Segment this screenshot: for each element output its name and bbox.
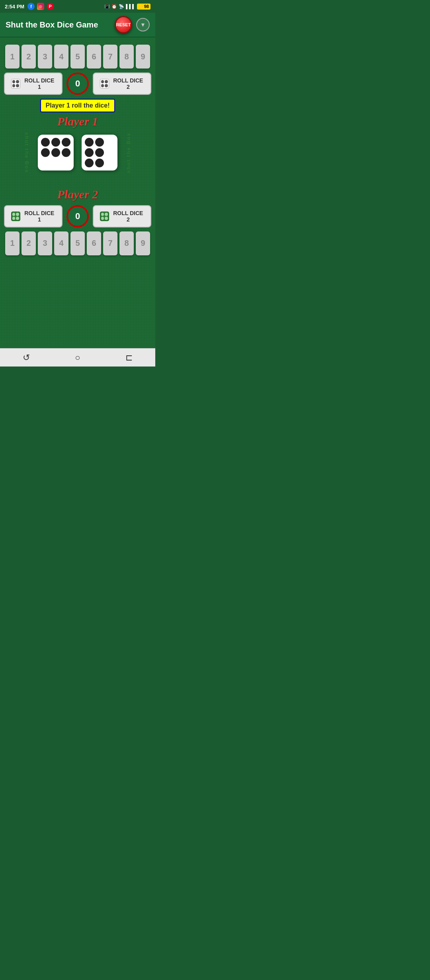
player1-label: Player 1 bbox=[4, 115, 151, 128]
vibrate-icon: 📳 bbox=[104, 4, 110, 9]
player2-tile-row: 1 2 3 4 5 6 7 8 9 bbox=[4, 231, 151, 255]
facebook-icon: f bbox=[27, 3, 35, 10]
dropdown-button[interactable]: ▼ bbox=[136, 18, 150, 31]
player2-roll-dice2-button[interactable]: ROLL DICE 2 bbox=[93, 205, 151, 227]
tile-p2-5[interactable]: 5 bbox=[70, 231, 85, 255]
player2-score: 0 bbox=[66, 205, 89, 227]
player1-score: 0 bbox=[66, 73, 89, 95]
tile-p1-3[interactable]: 3 bbox=[38, 45, 52, 69]
recent-button[interactable]: ⊏ bbox=[125, 353, 133, 363]
roll-dice2-icon bbox=[100, 79, 109, 88]
status-bar: 2:54 PM f ◎ P 📳 ⏰ 📡 ▌▌▌ ⚡98 bbox=[0, 0, 155, 13]
status-time: 2:54 PM bbox=[5, 4, 24, 10]
tile-p2-1[interactable]: 1 bbox=[5, 231, 20, 255]
signal-icon: ▌▌▌ bbox=[126, 4, 135, 9]
main-content: 1 2 3 4 5 6 7 8 9 ROLL DICE 1 0 ROLL DIC… bbox=[0, 37, 155, 348]
tile-p1-6[interactable]: 6 bbox=[87, 45, 101, 69]
player2-roll-dice1-icon bbox=[11, 212, 20, 221]
player2-roll-dice2-label: ROLL DICE 2 bbox=[112, 210, 144, 223]
player1-dice-area: shut the Box shut the Box bbox=[4, 132, 151, 173]
battery-indicator: ⚡98 bbox=[137, 4, 150, 10]
left-side-text: shut the Box bbox=[24, 132, 30, 173]
player1-tile-row: 1 2 3 4 5 6 7 8 9 bbox=[4, 45, 151, 69]
back-button[interactable]: ↺ bbox=[23, 353, 30, 363]
tile-p2-7[interactable]: 7 bbox=[103, 231, 117, 255]
player1-roll-dice2-label: ROLL DICE 2 bbox=[112, 77, 144, 90]
battery-level: 98 bbox=[144, 4, 149, 9]
tile-p1-2[interactable]: 2 bbox=[22, 45, 36, 69]
tile-p1-8[interactable]: 8 bbox=[119, 45, 134, 69]
tile-p2-8[interactable]: 8 bbox=[119, 231, 134, 255]
app-title: Shut the Box Dice Game bbox=[6, 20, 98, 29]
player1-prompt: Player 1 roll the dice! bbox=[40, 99, 115, 112]
pinterest-icon: P bbox=[47, 3, 54, 10]
app-header: Shut the Box Dice Game RESET ▼ bbox=[0, 13, 155, 37]
player2-label: Player 2 bbox=[4, 188, 151, 201]
player2-roll-dice2-icon bbox=[100, 212, 109, 221]
status-icons: 📳 ⏰ 📡 ▌▌▌ ⚡98 bbox=[104, 4, 150, 10]
tile-p1-5[interactable]: 5 bbox=[70, 45, 85, 69]
player1-roll-dice1-button[interactable]: ROLL DICE 1 bbox=[4, 73, 63, 95]
roll-dice1-icon bbox=[11, 79, 20, 88]
player2-roll-row: ROLL DICE 1 0 ROLL DICE 2 bbox=[4, 205, 151, 227]
tile-p1-4[interactable]: 4 bbox=[54, 45, 68, 69]
player1-die1 bbox=[38, 135, 74, 171]
tile-p2-9[interactable]: 9 bbox=[136, 231, 150, 255]
player2-roll-dice1-label: ROLL DICE 1 bbox=[23, 210, 55, 223]
bottom-nav: ↺ ○ ⊏ bbox=[0, 348, 155, 367]
home-button[interactable]: ○ bbox=[75, 353, 80, 363]
wifi-icon: 📡 bbox=[119, 4, 124, 9]
player1-die2 bbox=[82, 135, 117, 171]
instagram-icon: ◎ bbox=[37, 3, 44, 10]
player1-roll-dice1-label: ROLL DICE 1 bbox=[23, 77, 55, 90]
tile-p1-9[interactable]: 9 bbox=[136, 45, 150, 69]
reset-button[interactable]: RESET bbox=[115, 16, 132, 33]
tile-p2-6[interactable]: 6 bbox=[87, 231, 101, 255]
player2-roll-dice1-button[interactable]: ROLL DICE 1 bbox=[4, 205, 63, 227]
right-side-text: shut the Box bbox=[125, 132, 131, 173]
tile-p2-2[interactable]: 2 bbox=[22, 231, 36, 255]
tile-p1-1[interactable]: 1 bbox=[5, 45, 20, 69]
player1-roll-row: ROLL DICE 1 0 ROLL DICE 2 bbox=[4, 73, 151, 95]
tile-p2-4[interactable]: 4 bbox=[54, 231, 68, 255]
tile-p2-3[interactable]: 3 bbox=[38, 231, 52, 255]
player1-roll-dice2-button[interactable]: ROLL DICE 2 bbox=[93, 73, 151, 95]
tile-p1-7[interactable]: 7 bbox=[103, 45, 117, 69]
alarm-icon: ⏰ bbox=[111, 4, 117, 9]
